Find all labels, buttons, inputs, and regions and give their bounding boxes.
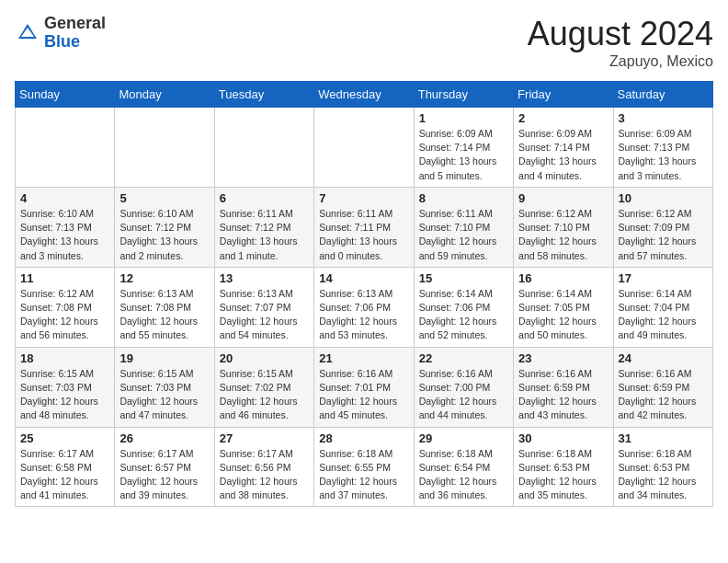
day-of-week-header: Tuesday	[214, 82, 313, 108]
calendar-cell: 15Sunrise: 6:14 AM Sunset: 7:06 PM Dayli…	[414, 267, 513, 347]
day-info: Sunrise: 6:17 AM Sunset: 6:58 PM Dayligh…	[20, 447, 109, 503]
day-number: 1	[419, 111, 508, 125]
calendar-cell: 22Sunrise: 6:16 AM Sunset: 7:00 PM Dayli…	[414, 347, 513, 427]
calendar-cell: 25Sunrise: 6:17 AM Sunset: 6:58 PM Dayli…	[16, 427, 115, 507]
day-info: Sunrise: 6:17 AM Sunset: 6:57 PM Dayligh…	[119, 447, 209, 503]
day-number: 3	[619, 111, 708, 125]
calendar-cell: 16Sunrise: 6:14 AM Sunset: 7:05 PM Dayli…	[514, 267, 613, 347]
calendar-cell: 14Sunrise: 6:13 AM Sunset: 7:06 PM Dayli…	[314, 267, 414, 347]
calendar-cell: 10Sunrise: 6:12 AM Sunset: 7:09 PM Dayli…	[613, 187, 712, 267]
day-info: Sunrise: 6:18 AM Sunset: 6:53 PM Dayligh…	[619, 447, 708, 503]
day-number: 23	[518, 351, 608, 365]
calendar-cell: 29Sunrise: 6:18 AM Sunset: 6:54 PM Dayli…	[414, 427, 513, 507]
calendar-week-row: 18Sunrise: 6:15 AM Sunset: 7:03 PM Dayli…	[16, 347, 713, 427]
day-info: Sunrise: 6:14 AM Sunset: 7:05 PM Dayligh…	[518, 287, 608, 343]
day-number: 21	[319, 351, 408, 365]
day-number: 11	[20, 271, 109, 285]
day-info: Sunrise: 6:10 AM Sunset: 7:13 PM Dayligh…	[20, 207, 109, 263]
day-of-week-header: Sunday	[16, 82, 115, 108]
calendar-week-row: 1Sunrise: 6:09 AM Sunset: 7:14 PM Daylig…	[16, 108, 713, 188]
day-number: 16	[518, 271, 608, 285]
logo-text: General Blue	[44, 15, 106, 52]
day-number: 26	[119, 431, 209, 445]
day-number: 8	[419, 191, 508, 205]
calendar-cell: 28Sunrise: 6:18 AM Sunset: 6:55 PM Dayli…	[314, 427, 414, 507]
day-number: 13	[220, 271, 309, 285]
day-info: Sunrise: 6:18 AM Sunset: 6:53 PM Dayligh…	[518, 447, 608, 503]
day-number: 18	[20, 351, 109, 365]
calendar-cell	[314, 108, 414, 188]
day-info: Sunrise: 6:09 AM Sunset: 7:14 PM Dayligh…	[419, 127, 508, 183]
day-number: 9	[518, 191, 608, 205]
day-number: 7	[319, 191, 408, 205]
calendar-cell: 2Sunrise: 6:09 AM Sunset: 7:14 PM Daylig…	[514, 108, 613, 188]
day-info: Sunrise: 6:16 AM Sunset: 6:59 PM Dayligh…	[619, 367, 708, 423]
day-info: Sunrise: 6:16 AM Sunset: 6:59 PM Dayligh…	[518, 367, 608, 423]
title-block: August 2024 Zapuyo, Mexico	[528, 15, 713, 70]
logo-icon	[15, 20, 40, 46]
day-of-week-header: Monday	[115, 82, 214, 108]
calendar-cell: 1Sunrise: 6:09 AM Sunset: 7:14 PM Daylig…	[414, 108, 513, 188]
calendar-cell: 30Sunrise: 6:18 AM Sunset: 6:53 PM Dayli…	[514, 427, 613, 507]
calendar-cell: 21Sunrise: 6:16 AM Sunset: 7:01 PM Dayli…	[314, 347, 414, 427]
day-info: Sunrise: 6:10 AM Sunset: 7:12 PM Dayligh…	[119, 207, 209, 263]
page-header: General Blue August 2024 Zapuyo, Mexico	[15, 15, 713, 70]
location: Zapuyo, Mexico	[528, 53, 713, 70]
calendar-week-row: 11Sunrise: 6:12 AM Sunset: 7:08 PM Dayli…	[16, 267, 713, 347]
day-of-week-header: Wednesday	[314, 82, 414, 108]
day-info: Sunrise: 6:18 AM Sunset: 6:54 PM Dayligh…	[419, 447, 508, 503]
calendar-cell: 4Sunrise: 6:10 AM Sunset: 7:13 PM Daylig…	[16, 187, 115, 267]
calendar-cell: 3Sunrise: 6:09 AM Sunset: 7:13 PM Daylig…	[613, 108, 712, 188]
calendar-cell: 20Sunrise: 6:15 AM Sunset: 7:02 PM Dayli…	[214, 347, 313, 427]
day-number: 5	[119, 191, 209, 205]
day-number: 27	[220, 431, 309, 445]
day-info: Sunrise: 6:11 AM Sunset: 7:11 PM Dayligh…	[319, 207, 408, 263]
day-info: Sunrise: 6:14 AM Sunset: 7:04 PM Dayligh…	[619, 287, 708, 343]
logo: General Blue	[15, 15, 106, 52]
day-number: 24	[619, 351, 708, 365]
day-info: Sunrise: 6:12 AM Sunset: 7:08 PM Dayligh…	[20, 287, 109, 343]
day-info: Sunrise: 6:09 AM Sunset: 7:14 PM Dayligh…	[518, 127, 608, 183]
calendar-table: SundayMondayTuesdayWednesdayThursdayFrid…	[15, 81, 713, 507]
calendar-cell	[115, 108, 214, 188]
day-number: 29	[419, 431, 508, 445]
calendar-header-row: SundayMondayTuesdayWednesdayThursdayFrid…	[16, 82, 713, 108]
calendar-cell: 12Sunrise: 6:13 AM Sunset: 7:08 PM Dayli…	[115, 267, 214, 347]
day-number: 25	[20, 431, 109, 445]
calendar-cell: 13Sunrise: 6:13 AM Sunset: 7:07 PM Dayli…	[214, 267, 313, 347]
day-number: 10	[619, 191, 708, 205]
calendar-cell	[214, 108, 313, 188]
calendar-cell: 19Sunrise: 6:15 AM Sunset: 7:03 PM Dayli…	[115, 347, 214, 427]
day-number: 17	[619, 271, 708, 285]
day-info: Sunrise: 6:13 AM Sunset: 7:06 PM Dayligh…	[319, 287, 408, 343]
day-info: Sunrise: 6:11 AM Sunset: 7:12 PM Dayligh…	[220, 207, 309, 263]
calendar-week-row: 25Sunrise: 6:17 AM Sunset: 6:58 PM Dayli…	[16, 427, 713, 507]
calendar-cell: 7Sunrise: 6:11 AM Sunset: 7:11 PM Daylig…	[314, 187, 414, 267]
calendar-cell: 27Sunrise: 6:17 AM Sunset: 6:56 PM Dayli…	[214, 427, 313, 507]
day-of-week-header: Saturday	[613, 82, 712, 108]
day-info: Sunrise: 6:11 AM Sunset: 7:10 PM Dayligh…	[419, 207, 508, 263]
calendar-cell	[16, 108, 115, 188]
day-number: 19	[119, 351, 209, 365]
day-info: Sunrise: 6:14 AM Sunset: 7:06 PM Dayligh…	[419, 287, 508, 343]
day-info: Sunrise: 6:15 AM Sunset: 7:03 PM Dayligh…	[119, 367, 209, 423]
calendar-cell: 11Sunrise: 6:12 AM Sunset: 7:08 PM Dayli…	[16, 267, 115, 347]
calendar-cell: 18Sunrise: 6:15 AM Sunset: 7:03 PM Dayli…	[16, 347, 115, 427]
month-year: August 2024	[528, 15, 713, 53]
calendar-cell: 24Sunrise: 6:16 AM Sunset: 6:59 PM Dayli…	[613, 347, 712, 427]
calendar-cell: 17Sunrise: 6:14 AM Sunset: 7:04 PM Dayli…	[613, 267, 712, 347]
day-info: Sunrise: 6:18 AM Sunset: 6:55 PM Dayligh…	[319, 447, 408, 503]
day-info: Sunrise: 6:12 AM Sunset: 7:10 PM Dayligh…	[518, 207, 608, 263]
day-info: Sunrise: 6:13 AM Sunset: 7:08 PM Dayligh…	[119, 287, 209, 343]
day-number: 22	[419, 351, 508, 365]
day-number: 30	[518, 431, 608, 445]
calendar-cell: 31Sunrise: 6:18 AM Sunset: 6:53 PM Dayli…	[613, 427, 712, 507]
day-number: 6	[220, 191, 309, 205]
day-number: 4	[20, 191, 109, 205]
day-of-week-header: Friday	[514, 82, 613, 108]
day-number: 15	[419, 271, 508, 285]
calendar-cell: 8Sunrise: 6:11 AM Sunset: 7:10 PM Daylig…	[414, 187, 513, 267]
day-number: 31	[619, 431, 708, 445]
day-number: 2	[518, 111, 608, 125]
day-number: 14	[319, 271, 408, 285]
